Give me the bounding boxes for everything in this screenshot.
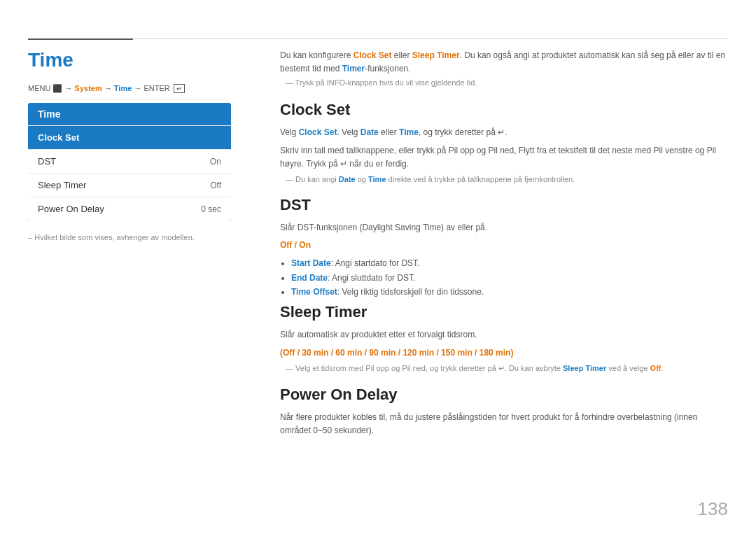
left-footnote: Hvilket bilde som vises, avhenger av mod…	[28, 233, 266, 241]
dst-bullet-end-date: End Date: Angi sluttdato for DST.	[291, 271, 728, 285]
sleep-timer-title: Sleep Timer	[280, 303, 728, 321]
clock-set-body1: Velg Clock Set. Velg Date eller Time, og…	[280, 126, 728, 139]
dst-bullet-list: Start Date: Angi startdato for DST. End …	[291, 256, 728, 299]
menu-item-power-on-delay-label: Power On Delay	[38, 204, 104, 214]
right-column: Du kan konfigurere Clock Set eller Sleep…	[280, 49, 728, 442]
sleep-timer-body1: Slår automatisk av produktet etter et fo…	[280, 328, 728, 342]
menu-item-clock-set[interactable]: Clock Set	[28, 125, 231, 149]
page-container: Time MENU ⬛ → System → Time → ENTER ↵ Ti…	[0, 0, 756, 534]
top-border-accent	[28, 38, 133, 40]
menu-item-sleep-timer-value: Off	[210, 181, 221, 190]
clock-set-note: Du kan angi Date og Time direkte ved å t…	[280, 175, 728, 183]
menu-box-header: Time	[28, 103, 231, 125]
clock-set-ref: Clock Set	[299, 127, 337, 137]
menu-path-time: Time	[114, 84, 132, 92]
left-column: Time MENU ⬛ → System → Time → ENTER ↵ Ti…	[28, 49, 266, 241]
menu-icon: MENU ⬛	[28, 84, 62, 92]
menu-item-dst-label: DST	[38, 156, 56, 167]
menu-path: MENU ⬛ → System → Time → ENTER ↵	[28, 84, 266, 93]
menu-item-dst[interactable]: DST On	[28, 149, 231, 173]
date-ref1: Date	[360, 127, 379, 137]
sleep-timer-note: Velg et tidsrom med Pil opp og Pil ned, …	[280, 364, 728, 373]
dst-bullet-start-date: Start Date: Angi startdato for DST.	[291, 256, 728, 270]
clock-set-body2: Skriv inn tall med tallknappene, eller t…	[280, 144, 728, 171]
dst-off-on: Off / On	[280, 239, 728, 252]
clock-set-title: Clock Set	[280, 101, 728, 119]
dst-title: DST	[280, 196, 728, 214]
time-ref1: Time	[399, 127, 419, 137]
menu-item-power-on-delay[interactable]: Power On Delay 0 sec	[28, 197, 231, 220]
menu-path-enter: ENTER ↵	[144, 84, 184, 92]
menu-item-sleep-timer[interactable]: Sleep Timer Off	[28, 173, 231, 197]
power-on-delay-body: Når flere produkter kobles til, må du ju…	[280, 411, 728, 437]
menu-item-dst-value: On	[210, 157, 221, 167]
dst-bullet-time-offset: Time Offset: Velg riktig tidsforskjell f…	[291, 285, 728, 299]
menu-item-clock-set-label: Clock Set	[38, 132, 79, 143]
intro-note: Trykk på INFO-knappen hvis du vil vise g…	[280, 78, 728, 87]
menu-box: Time Clock Set DST On Sleep Timer Off Po…	[28, 103, 231, 220]
sleep-timer-options: (Off / 30 min / 60 min / 90 min / 120 mi…	[280, 346, 728, 360]
top-border	[28, 38, 728, 39]
page-title: Time	[28, 49, 266, 71]
menu-item-power-on-delay-value: 0 sec	[201, 204, 221, 214]
power-on-delay-title: Power On Delay	[280, 386, 728, 404]
menu-path-system: System	[75, 84, 102, 92]
intro-timer: Timer	[342, 64, 365, 73]
page-number: 138	[698, 498, 728, 520]
intro-paragraph: Du kan konfigurere Clock Set eller Sleep…	[280, 49, 728, 76]
dst-body1: Slår DST-funksjonen (Daylight Saving Tim…	[280, 221, 728, 234]
menu-item-sleep-timer-label: Sleep Timer	[38, 180, 86, 190]
intro-clock-set: Clock Set	[354, 50, 392, 60]
sleep-timer-options-text: (Off / 30 min / 60 min / 90 min / 120 mi…	[280, 348, 513, 358]
intro-sleep-timer: Sleep Timer	[412, 50, 460, 60]
